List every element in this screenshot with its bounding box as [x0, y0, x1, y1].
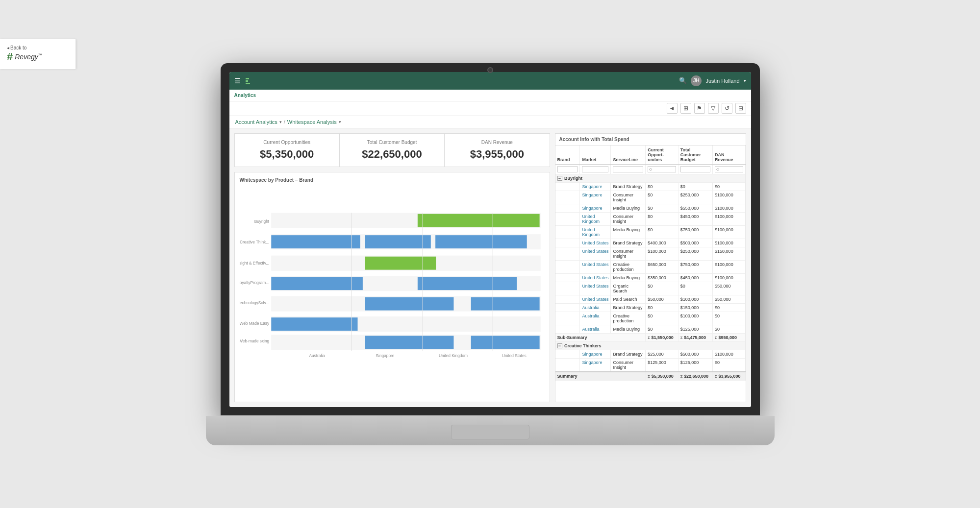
bar-chart-svg: Buyright Creative Think... Insight & Eff… [240, 187, 545, 373]
table-title: Account Info with Total Spend [555, 134, 746, 145]
back-sidebar: ◂ Back to # Revegy™ [0, 39, 76, 69]
cell-market[interactable]: Singapore [580, 182, 611, 191]
kpi-label-2: Total Customer Budget [348, 140, 436, 145]
chart-area: Whitespace by Product – Brand Buyright C… [234, 172, 550, 402]
svg-text:Insight & Effectiv...: Insight & Effectiv... [240, 261, 269, 266]
toolbar-filter-button[interactable]: ▽ [708, 103, 719, 114]
cell-market[interactable]: Australia [580, 325, 611, 333]
right-panel: Account Info with Total Spend Brand Mark… [555, 133, 746, 402]
cell-market[interactable]: United States [580, 260, 611, 273]
table-row: United States Media Buying $350,000 $450… [555, 273, 746, 282]
breadcrumb-dropdown1-icon[interactable]: ▾ [279, 120, 282, 124]
data-table: Brand Market ServiceLine CurrentOpport­u… [555, 145, 746, 381]
breadcrumb-account-analytics[interactable]: Account Analytics [235, 119, 277, 125]
toolbar-refresh-button[interactable]: ↺ [722, 103, 732, 114]
table-row: UnitedKingdom Consumer Insight $0 $450,0… [555, 212, 746, 225]
cell-market[interactable]: United States [580, 239, 611, 247]
filter-service[interactable] [613, 166, 643, 172]
cell-market[interactable]: Singapore [580, 191, 611, 204]
filter-opp[interactable] [648, 166, 676, 172]
kpi-value-1: $5,350,000 [243, 148, 331, 161]
table-scroll[interactable]: Brand Market ServiceLine CurrentOpport­u… [555, 145, 746, 402]
toolbar-export-button[interactable]: ⊟ [735, 103, 746, 114]
svg-text:Australia: Australia [309, 353, 325, 358]
svg-text:United States: United States [502, 353, 526, 358]
user-menu-chevron-icon[interactable]: ▾ [744, 78, 746, 83]
expand-buyright-icon[interactable]: − [557, 176, 562, 181]
col-service: ServiceLine [611, 145, 646, 165]
cell-market[interactable]: UnitedKingdom [580, 225, 611, 239]
cell-opp: $0 [646, 182, 678, 191]
toolbar-grid-button[interactable]: ⊞ [680, 103, 691, 114]
back-link[interactable]: ◂ Back to [7, 45, 26, 50]
breadcrumb-separator: / [284, 119, 285, 125]
cell-market[interactable]: United States [580, 247, 611, 260]
svg-rect-0 [246, 78, 249, 79]
table-row: Australia Brand Strategy $0 $150,000 $0 [555, 303, 746, 312]
laptop-screen: ☰ 🔍 JH Justin Holland ▾ Analytic [229, 72, 751, 407]
cell-market[interactable]: UnitedKingdom [580, 212, 611, 225]
filter-rev[interactable] [715, 166, 743, 172]
svg-rect-2 [246, 83, 250, 84]
cell-market[interactable]: United States [580, 282, 611, 295]
svg-rect-19 [365, 235, 431, 248]
revegy-brand-name: Revegy™ [15, 53, 42, 61]
analytics-nav-label[interactable]: Analytics [234, 93, 256, 98]
hamburger-icon[interactable]: ☰ [234, 77, 241, 85]
kpi-dan-revenue: DAN Revenue $3,955,000 [445, 134, 549, 167]
toolbar-flag-button[interactable]: ⚑ [694, 103, 705, 114]
back-label: Back to [10, 45, 26, 50]
table-row: Australia Creativeproduction $0 $100,000… [555, 312, 746, 325]
kpi-row: Current Opportunities $5,350,000 Total C… [234, 133, 550, 167]
breadcrumb-whitespace-analysis[interactable]: Whitespace Analysis [287, 119, 337, 125]
table-row: Singapore Consumer Insight $125,000 $125… [555, 358, 746, 372]
table-row: Singapore Consumer Insight $0 $250,000 $… [555, 191, 746, 204]
col-opp: CurrentOpport­unities [646, 145, 678, 165]
laptop: ☰ 🔍 JH Justin Holland ▾ Analytic [221, 63, 760, 445]
kpi-label-1: Current Opportunities [243, 140, 331, 145]
back-chevron: ◂ [7, 45, 9, 50]
cell-service: Consumer Insight [611, 191, 646, 204]
user-name: Justin Holland [705, 78, 739, 84]
expand-creative-icon[interactable]: − [557, 343, 562, 348]
col-market: Market [580, 145, 611, 165]
filter-market[interactable] [582, 166, 608, 172]
svg-rect-23 [417, 277, 516, 290]
cell-market[interactable]: Australia [580, 312, 611, 325]
search-icon[interactable]: 🔍 [679, 77, 687, 84]
kpi-label-3: DAN Revenue [452, 140, 541, 145]
table-row: Australia Media Buying $0 $125,000 $0 [555, 325, 746, 333]
cell-service: Brand Strategy [611, 182, 646, 191]
svg-rect-27 [365, 336, 453, 349]
breadcrumb: Account Analytics ▾ / Whitespace Analysi… [229, 116, 751, 128]
laptop-body: ☰ 🔍 JH Justin Holland ▾ Analytic [221, 63, 760, 416]
cell-market[interactable]: Singapore [580, 358, 611, 372]
table-row: United States Consumer Insight $100,000 … [555, 247, 746, 260]
filter-budget[interactable] [680, 166, 710, 172]
app-header: ☰ 🔍 JH Justin Holland ▾ [229, 72, 751, 90]
svg-rect-22 [271, 277, 363, 290]
cell-market[interactable]: Singapore [580, 204, 611, 212]
group-header-buyright: − Buyright [555, 174, 746, 182]
cell-market[interactable]: Australia [580, 303, 611, 312]
laptop-camera [487, 67, 493, 73]
toolbar-back-button[interactable]: ◄ [667, 103, 678, 114]
table-row: United States Creativeproduction $650,00… [555, 260, 746, 273]
cell-market[interactable]: Singapore [580, 350, 611, 358]
cell-market[interactable]: United States [580, 295, 611, 303]
kpi-value-3: $3,955,000 [452, 148, 541, 161]
svg-text:United Kingdom: United Kingdom [438, 353, 467, 358]
laptop-base [206, 416, 775, 445]
breadcrumb-dropdown2-icon[interactable]: ▾ [339, 120, 341, 124]
filter-brand[interactable] [557, 166, 578, 172]
svg-rect-21 [365, 256, 436, 269]
svg-rect-20 [435, 235, 527, 248]
group-header-creative: − Creative Thinkers [555, 341, 746, 350]
main-content: Current Opportunities $5,350,000 Total C… [229, 128, 751, 407]
svg-text:LoyaltyProgram...: LoyaltyProgram... [240, 280, 269, 285]
svg-rect-26 [271, 317, 357, 331]
table-row: United States Organic Search $0 $0 $50,0… [555, 282, 746, 295]
kpi-value-2: $22,650,000 [348, 148, 436, 161]
cell-rev: $0 [713, 182, 745, 191]
cell-market[interactable]: United States [580, 273, 611, 282]
